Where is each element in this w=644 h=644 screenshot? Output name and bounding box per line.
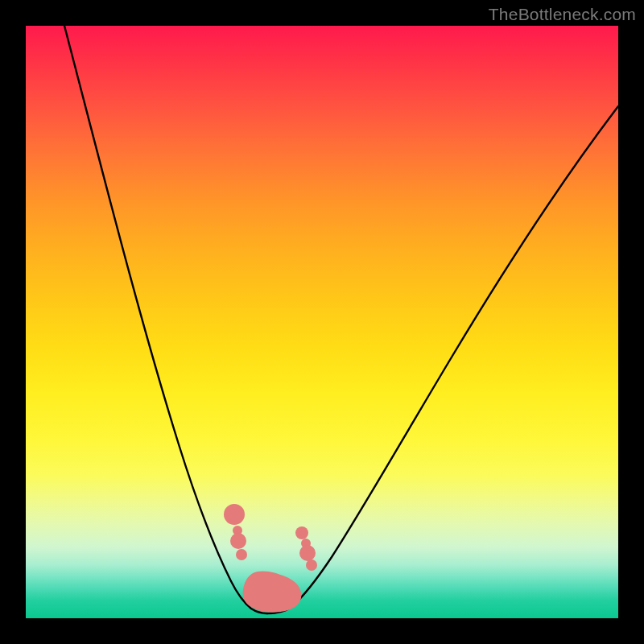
curve-right — [267, 106, 618, 613]
chart-svg — [26, 26, 618, 618]
marker-dot — [233, 526, 242, 535]
watermark-text: TheBottleneck.com — [489, 5, 636, 24]
marker-dot — [295, 526, 308, 539]
curve-left — [64, 26, 267, 613]
marker-dot — [301, 539, 311, 548]
marker-dot — [299, 545, 316, 561]
marker-dot — [230, 533, 246, 549]
chart-plot-area — [26, 26, 618, 618]
marker-dot — [224, 504, 245, 525]
marker-group — [224, 504, 317, 613]
chart-outer-frame: TheBottleneck.com — [0, 0, 644, 644]
marker-dot — [236, 549, 247, 560]
marker-dot — [306, 559, 317, 571]
marker-blob — [243, 571, 302, 612]
